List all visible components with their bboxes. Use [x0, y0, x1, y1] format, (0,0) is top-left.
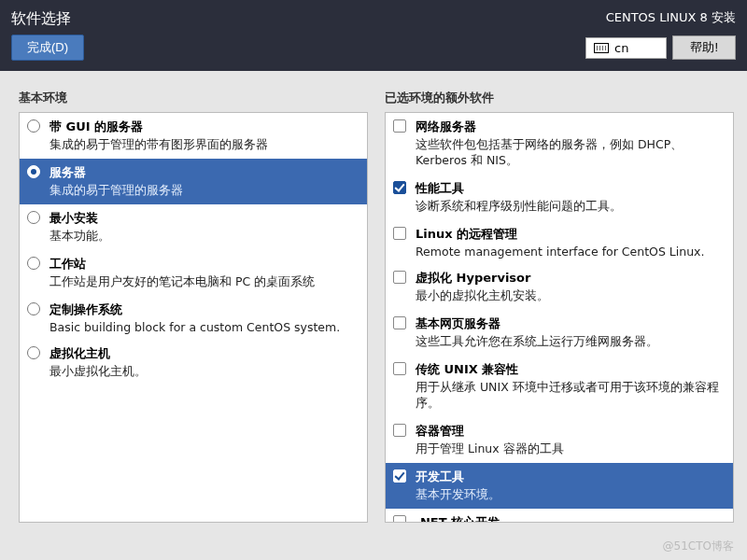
base-env-item[interactable]: 工作站工作站是用户友好的笔记本电脑和 PC 的桌面系统	[20, 250, 367, 296]
keyboard-layout-selector[interactable]: cn	[585, 37, 667, 59]
addon-name: Linux 的远程管理	[416, 226, 704, 243]
base-env-name: 最小安装	[49, 210, 110, 227]
radio-icon[interactable]	[27, 302, 42, 318]
base-env-item[interactable]: 定制操作系统Basic building block for a custom …	[20, 296, 367, 340]
base-env-name: 服务器	[49, 164, 183, 181]
addon-desc: Remote management interface for CentOS L…	[416, 245, 704, 259]
installer-title: CENTOS LINUX 8 安装	[606, 9, 736, 26]
addon-name: 开发工具	[416, 469, 500, 485]
addon-name: 基本网页服务器	[416, 315, 658, 332]
base-env-name: 定制操作系统	[49, 301, 340, 318]
addon-desc: 这些工具允许您在系统上运行万维网服务器。	[416, 334, 658, 350]
checkbox-icon[interactable]	[393, 181, 408, 197]
addon-name: 容器管理	[416, 423, 564, 440]
addons-column: 已选环境的额外软件 网络服务器这些软件包包括基于网络的服务器，例如 DHCP、K…	[385, 90, 734, 560]
checkbox-icon[interactable]	[393, 424, 408, 440]
addon-item[interactable]: 基本网页服务器这些工具允许您在系统上运行万维网服务器。	[386, 310, 733, 356]
base-env-item[interactable]: 虚拟化主机最小虚拟化主机。	[20, 340, 367, 385]
addon-name: 网络服务器	[416, 119, 724, 135]
addon-name: 虚拟化 Hypervisor	[416, 270, 549, 287]
addon-name: 传统 UNIX 兼容性	[416, 361, 724, 378]
addon-name: .NET 核心开发	[416, 514, 500, 523]
addons-list[interactable]: 网络服务器这些软件包包括基于网络的服务器，例如 DHCP、Kerberos 和 …	[385, 112, 734, 523]
addon-item[interactable]: 性能工具诊断系统和程序级别性能问题的工具。	[386, 175, 733, 220]
base-env-desc: 集成的易于管理的带有图形界面的服务器	[49, 137, 268, 153]
radio-icon[interactable]	[27, 165, 42, 181]
addon-item[interactable]: 容器管理用于管理 Linux 容器的工具	[386, 417, 733, 463]
addon-desc: 用于管理 Linux 容器的工具	[416, 441, 564, 457]
radio-icon[interactable]	[27, 346, 42, 362]
base-env-name: 带 GUI 的服务器	[49, 119, 268, 135]
checkbox-icon[interactable]	[393, 362, 408, 378]
checkbox-icon[interactable]	[393, 119, 408, 135]
base-env-desc: 集成的易于管理的服务器	[49, 183, 183, 199]
radio-icon[interactable]	[27, 257, 42, 273]
addon-item[interactable]: .NET 核心开发	[386, 509, 733, 523]
done-button[interactable]: 完成(D)	[11, 35, 84, 61]
addon-item[interactable]: 虚拟化 Hypervisor最小的虚拟化主机安装。	[386, 264, 733, 310]
addon-desc: 最小的虚拟化主机安装。	[416, 288, 549, 304]
header-left: 软件选择 完成(D)	[11, 9, 84, 61]
checkbox-icon[interactable]	[393, 227, 408, 243]
addons-heading: 已选环境的额外软件	[385, 90, 734, 112]
base-env-item[interactable]: 带 GUI 的服务器集成的易于管理的带有图形界面的服务器	[20, 113, 367, 159]
addon-desc: 基本开发环境。	[416, 487, 500, 503]
addon-desc: 用于从继承 UNIX 环境中迁移或者可用于该环境的兼容程序。	[416, 380, 724, 412]
keyboard-layout-code: cn	[614, 41, 628, 55]
checkbox-icon[interactable]	[393, 469, 408, 485]
base-env-item[interactable]: 最小安装基本功能。	[20, 204, 367, 250]
header: 软件选择 完成(D) CENTOS LINUX 8 安装 cn 帮助!	[0, 0, 747, 71]
help-button[interactable]: 帮助!	[672, 35, 736, 60]
base-env-desc: 最小虚拟化主机。	[49, 364, 147, 380]
base-env-name: 工作站	[49, 256, 315, 273]
content: 基本环境 带 GUI 的服务器集成的易于管理的带有图形界面的服务器服务器集成的易…	[0, 71, 747, 560]
checkbox-icon[interactable]	[393, 271, 408, 287]
addon-item[interactable]: Linux 的远程管理Remote management interface f…	[386, 220, 733, 264]
keyboard-icon	[594, 43, 609, 53]
base-env-heading: 基本环境	[19, 90, 368, 112]
watermark: @51CTO博客	[663, 539, 734, 554]
addon-desc: 这些软件包包括基于网络的服务器，例如 DHCP、Kerberos 和 NIS。	[416, 137, 724, 169]
base-env-list[interactable]: 带 GUI 的服务器集成的易于管理的带有图形界面的服务器服务器集成的易于管理的服…	[19, 112, 368, 523]
radio-icon[interactable]	[27, 119, 42, 135]
base-env-desc: Basic building block for a custom CentOS…	[49, 320, 340, 334]
base-env-column: 基本环境 带 GUI 的服务器集成的易于管理的带有图形界面的服务器服务器集成的易…	[19, 90, 368, 560]
page-title: 软件选择	[11, 9, 84, 29]
base-env-name: 虚拟化主机	[49, 345, 147, 362]
header-right: CENTOS LINUX 8 安装 cn 帮助!	[585, 9, 736, 60]
header-controls: cn 帮助!	[585, 35, 736, 60]
checkbox-icon[interactable]	[393, 515, 408, 523]
base-env-desc: 基本功能。	[49, 229, 110, 245]
addon-desc: 诊断系统和程序级别性能问题的工具。	[416, 199, 622, 215]
addon-item[interactable]: 开发工具基本开发环境。	[386, 463, 733, 509]
addon-item[interactable]: 网络服务器这些软件包包括基于网络的服务器，例如 DHCP、Kerberos 和 …	[386, 113, 733, 175]
checkbox-icon[interactable]	[393, 316, 408, 332]
base-env-desc: 工作站是用户友好的笔记本电脑和 PC 的桌面系统	[49, 274, 315, 290]
radio-icon[interactable]	[27, 211, 42, 227]
base-env-item[interactable]: 服务器集成的易于管理的服务器	[20, 159, 367, 204]
addon-name: 性能工具	[416, 180, 622, 197]
addon-item[interactable]: 传统 UNIX 兼容性用于从继承 UNIX 环境中迁移或者可用于该环境的兼容程序…	[386, 356, 733, 417]
